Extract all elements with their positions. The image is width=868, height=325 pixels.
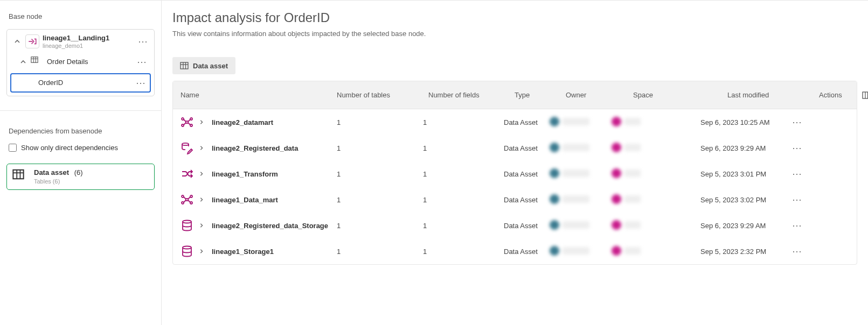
page-desc: This view contains information about obj… [172, 30, 857, 38]
cell-fields: 1 [418, 196, 498, 204]
cell-type: Data Asset [498, 248, 544, 256]
cell-modified: Sep 5, 2023 3:02 PM [695, 196, 781, 204]
cell-space [606, 220, 695, 231]
cell-tables: 1 [331, 144, 418, 152]
col-type[interactable]: Type [515, 91, 560, 99]
base-node-row[interactable]: lineage1__Landing1 lineage_demo1 ⋯ [10, 33, 151, 51]
chevron-right-icon[interactable] [199, 171, 206, 176]
cell-fields: 1 [418, 222, 498, 230]
main-panel: Impact analysis for OrderID This view co… [162, 1, 868, 325]
leaf-label: OrderID [38, 79, 63, 87]
col-name[interactable]: Name [180, 91, 331, 99]
asset-name: lineage2_Registered_data [212, 144, 298, 152]
table-row[interactable]: lineage1_Data_mart 1 1 Data Asset Sep 5,… [173, 187, 857, 213]
storage-icon [180, 245, 193, 258]
edit-db-icon [180, 142, 193, 154]
svg-rect-4 [13, 170, 23, 179]
direct-deps-checkbox[interactable] [9, 144, 17, 152]
table-row[interactable]: lineage2_Registered_data 1 1 Data Asset … [173, 135, 857, 161]
chevron-right-icon[interactable] [199, 197, 206, 202]
chevron-right-icon[interactable] [199, 119, 206, 125]
row-more-icon[interactable]: ⋯ [781, 220, 824, 231]
child-label: Order Details [47, 58, 131, 66]
cell-modified: Sep 6, 2023 10:25 AM [695, 118, 781, 126]
column-settings-icon[interactable] [862, 91, 868, 100]
row-more-icon[interactable]: ⋯ [781, 168, 824, 180]
cell-space [606, 143, 695, 154]
hub-icon [180, 193, 193, 206]
col-space[interactable]: Space [633, 91, 722, 99]
cell-fields: 1 [418, 144, 498, 152]
direct-deps-label: Show only direct dependencies [21, 144, 118, 152]
cell-owner [544, 143, 606, 154]
row-more-icon[interactable]: ⋯ [781, 142, 824, 154]
row-more-icon[interactable]: ⋯ [781, 194, 824, 206]
col-actions[interactable]: Actions [819, 91, 862, 99]
row-more-icon[interactable]: ⋯ [781, 245, 824, 257]
cell-owner [544, 117, 606, 128]
col-owner[interactable]: Owner [566, 91, 628, 99]
cell-space [606, 194, 695, 206]
chevron-up-icon[interactable] [12, 37, 22, 46]
hub-icon [180, 116, 193, 129]
col-fields[interactable]: Number of fields [428, 91, 509, 99]
table-row[interactable]: lineage1_Transform 1 1 Data Asset Sep 5,… [173, 161, 857, 187]
cell-type: Data Asset [498, 222, 544, 230]
cell-owner [544, 168, 606, 180]
cell-owner [544, 194, 606, 206]
cell-modified: Sep 6, 2023 9:29 AM [695, 222, 781, 230]
cell-modified: Sep 5, 2023 2:32 PM [695, 248, 781, 256]
leaf-row-orderid[interactable]: OrderID ⋯ [10, 73, 151, 93]
col-tables[interactable]: Number of tables [337, 91, 423, 99]
filter-sub: Tables (6) [34, 178, 83, 185]
table-row[interactable]: lineage2_Registered_data_Storage 1 1 Dat… [173, 213, 857, 238]
row-more-icon[interactable]: ⋯ [781, 116, 824, 128]
cell-type: Data Asset [498, 196, 544, 204]
filter-card-data-asset[interactable]: Data asset (6) Tables (6) [6, 164, 155, 190]
cell-space [606, 117, 695, 128]
cell-fields: 1 [418, 248, 498, 256]
cell-space [606, 168, 695, 180]
table-row[interactable]: lineage1_Storage1 1 1 Data Asset Sep 5, … [173, 238, 857, 264]
child-row-order-details[interactable]: Order Details ⋯ [10, 53, 151, 71]
cell-fields: 1 [418, 118, 498, 126]
asset-name: lineage1_Storage1 [212, 248, 274, 256]
col-modified[interactable]: Last modified [727, 91, 814, 99]
data-asset-icon [180, 61, 189, 70]
base-node-label: Base node [9, 12, 155, 20]
landing-icon [25, 34, 39, 48]
cell-modified: Sep 5, 2023 3:01 PM [695, 170, 781, 178]
asset-name: lineage1_Data_mart [212, 196, 278, 204]
cell-owner [544, 220, 606, 231]
base-node-title: lineage1__Landing1 [43, 34, 134, 43]
chevron-right-icon[interactable] [199, 249, 206, 254]
storage-icon [180, 219, 193, 232]
table-row[interactable]: lineage2_datamart 1 1 Data Asset Sep 6, … [173, 109, 857, 135]
asset-name: lineage2_datamart [212, 118, 273, 126]
svg-rect-0 [31, 57, 38, 63]
asset-name: lineage2_Registered_data_Storage [212, 222, 328, 230]
dependencies-label: Dependencies from basenode [9, 127, 155, 135]
chevron-right-icon[interactable] [199, 145, 206, 151]
results-table: Name Number of tables Number of fields T… [172, 81, 857, 265]
cell-modified: Sep 6, 2023 9:29 AM [695, 144, 781, 152]
cell-tables: 1 [331, 170, 418, 178]
cell-type: Data Asset [498, 144, 544, 152]
cell-fields: 1 [418, 170, 498, 178]
cell-type: Data Asset [498, 118, 544, 126]
filter-count: (6) [74, 168, 83, 176]
cell-tables: 1 [331, 196, 418, 204]
chevron-right-icon[interactable] [199, 223, 206, 228]
table-header: Name Number of tables Number of fields T… [173, 81, 857, 109]
direct-deps-checkbox-row[interactable]: Show only direct dependencies [6, 144, 155, 152]
table-icon [31, 56, 43, 68]
chip-data-asset[interactable]: Data asset [172, 57, 235, 74]
base-node-sub: lineage_demo1 [43, 43, 134, 50]
data-asset-icon [12, 168, 29, 185]
asset-name: lineage1_Transform [212, 170, 278, 178]
chevron-up-icon[interactable] [20, 59, 26, 65]
transform-icon [180, 167, 193, 180]
sidebar: Base node lineage1__Landing1 lineage_dem… [0, 1, 162, 325]
page-title: Impact analysis for OrderID [172, 10, 857, 25]
cell-tables: 1 [331, 222, 418, 230]
